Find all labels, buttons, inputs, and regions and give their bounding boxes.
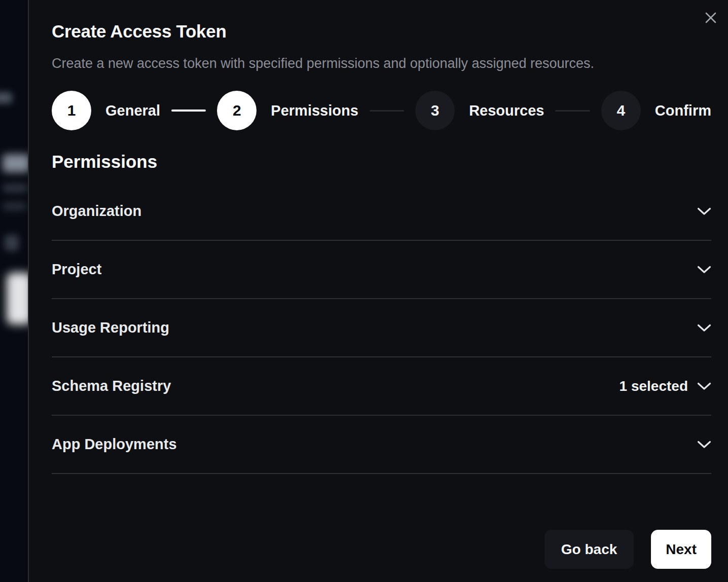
- permission-row-label: Schema Registry: [52, 378, 171, 394]
- create-access-token-modal: Create Access Token Create a new access …: [28, 0, 728, 582]
- background-blur-artifact: [3, 202, 27, 211]
- permission-row-label: App Deployments: [52, 436, 177, 453]
- step-connector: [555, 110, 590, 112]
- screen: Create Access Token Create a new access …: [0, 0, 728, 582]
- step-number: 1: [52, 91, 91, 130]
- next-button[interactable]: Next: [651, 530, 711, 569]
- permission-row-label: Organization: [52, 203, 141, 220]
- step-number: 2: [217, 91, 257, 130]
- permission-row-schema-registry[interactable]: Schema Registry 1 selected: [52, 357, 711, 416]
- chevron-down-icon: [697, 382, 711, 390]
- permission-row-app-deployments[interactable]: App Deployments: [52, 416, 711, 474]
- chevron-down-icon: [697, 324, 711, 332]
- background-blur-artifact: [5, 235, 19, 251]
- selection-count-badge: 1 selected: [620, 378, 688, 394]
- step-label: Confirm: [655, 102, 711, 119]
- step-connector: [370, 110, 404, 112]
- step-label: Permissions: [271, 102, 358, 119]
- background-blur-artifact: [0, 92, 12, 103]
- close-button[interactable]: [704, 11, 718, 25]
- background-blur-artifact: [3, 154, 28, 172]
- step-permissions[interactable]: 2 Permissions: [217, 91, 358, 130]
- close-icon: [704, 11, 717, 24]
- step-connector: [171, 110, 206, 112]
- step-confirm[interactable]: 4 Confirm: [601, 91, 711, 130]
- step-label: Resources: [469, 102, 544, 119]
- permission-row-usage-reporting[interactable]: Usage Reporting: [52, 299, 711, 357]
- go-back-button[interactable]: Go back: [544, 530, 634, 569]
- step-resources[interactable]: 3 Resources: [415, 91, 544, 130]
- modal-footer: Go back Next: [29, 530, 728, 569]
- background-blur-artifact: [3, 184, 28, 193]
- step-general[interactable]: 1 General: [52, 91, 160, 130]
- permissions-accordion: Organization Project Usage: [52, 183, 711, 474]
- page-backdrop: [0, 0, 28, 582]
- permission-row-project[interactable]: Project: [52, 241, 711, 299]
- permission-row-organization[interactable]: Organization: [52, 183, 711, 241]
- step-label: General: [105, 102, 160, 119]
- stepper: 1 General 2 Permissions 3 Resources 4 Co…: [52, 91, 711, 130]
- chevron-down-icon: [697, 266, 711, 274]
- step-number: 3: [415, 91, 455, 130]
- background-blur-artifact: [7, 273, 28, 324]
- modal-subtitle: Create a new access token with specified…: [52, 56, 711, 71]
- modal-title: Create Access Token: [52, 21, 711, 42]
- permission-row-label: Usage Reporting: [52, 319, 169, 336]
- chevron-down-icon: [697, 441, 711, 449]
- step-number: 4: [601, 91, 641, 130]
- permission-row-label: Project: [52, 261, 101, 278]
- chevron-down-icon: [697, 207, 711, 215]
- permissions-heading: Permissions: [52, 152, 711, 171]
